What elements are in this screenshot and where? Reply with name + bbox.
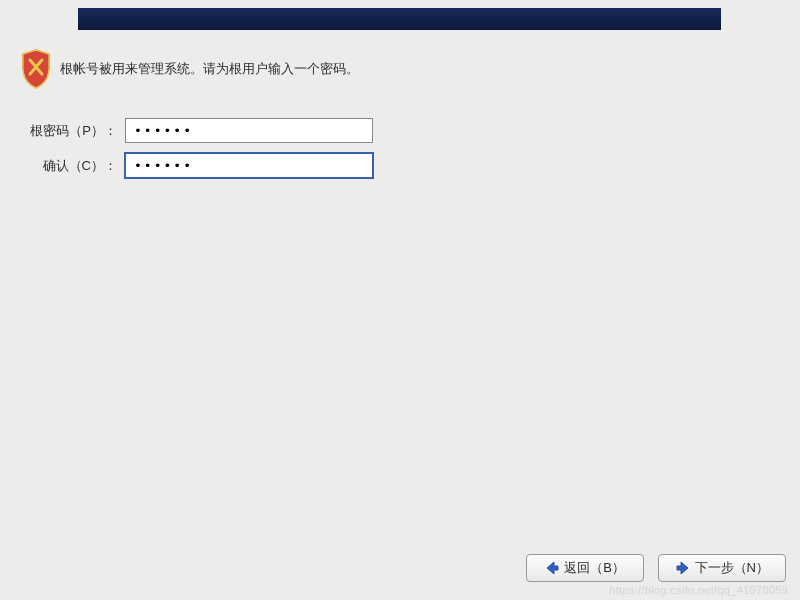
- arrow-right-icon: [675, 560, 691, 576]
- watermark: https://blog.csdn.net/qq_41078059: [609, 584, 788, 596]
- confirm-label: 确认（C）：: [20, 157, 125, 175]
- arrow-left-icon: [544, 560, 560, 576]
- password-label: 根密码（P）：: [20, 122, 125, 140]
- content-area: 根帐号被用来管理系统。请为根用户输入一个密码。 根密码（P）： 确认（C）：: [20, 48, 780, 188]
- instruction-row: 根帐号被用来管理系统。请为根用户输入一个密码。: [20, 48, 780, 90]
- next-button[interactable]: 下一步（N）: [658, 554, 786, 582]
- button-bar: 返回（B） 下一步（N）: [526, 554, 786, 582]
- next-button-label: 下一步（N）: [695, 559, 769, 577]
- password-input[interactable]: [125, 118, 373, 143]
- shield-icon: [20, 48, 52, 90]
- back-button-label: 返回（B）: [564, 559, 625, 577]
- password-row: 根密码（P）：: [20, 118, 780, 143]
- back-button[interactable]: 返回（B）: [526, 554, 644, 582]
- header-bar: [78, 8, 721, 30]
- instruction-text: 根帐号被用来管理系统。请为根用户输入一个密码。: [60, 60, 359, 78]
- confirm-row: 确认（C）：: [20, 153, 780, 178]
- confirm-input[interactable]: [125, 153, 373, 178]
